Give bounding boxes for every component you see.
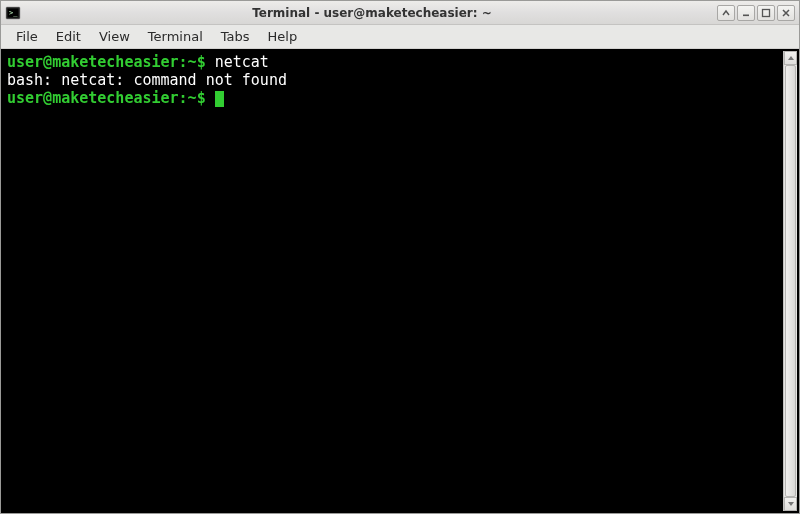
menu-file[interactable]: File: [7, 26, 47, 47]
menu-tabs[interactable]: Tabs: [212, 26, 259, 47]
scrollbar-thumb[interactable]: [785, 65, 796, 497]
svg-text:>_: >_: [9, 9, 18, 17]
terminal-area: user@maketecheasier:~$ netcatbash: netca…: [1, 49, 799, 513]
menu-terminal[interactable]: Terminal: [139, 26, 212, 47]
scrollbar[interactable]: [783, 51, 797, 511]
scrollbar-track[interactable]: [784, 65, 797, 497]
close-button[interactable]: [777, 5, 795, 21]
minimize-button[interactable]: [737, 5, 755, 21]
window-title: Terminal - user@maketecheasier: ~: [27, 6, 717, 20]
command-text: [206, 89, 215, 107]
titlebar[interactable]: >_ Terminal - user@maketecheasier: ~: [1, 1, 799, 25]
menubar: File Edit View Terminal Tabs Help: [1, 25, 799, 49]
terminal-content[interactable]: user@maketecheasier:~$ netcatbash: netca…: [3, 51, 783, 511]
terminal-icon: >_: [5, 5, 21, 21]
menu-edit[interactable]: Edit: [47, 26, 90, 47]
terminal-line: user@maketecheasier:~$: [7, 89, 779, 107]
output-text: bash: netcat: command not found: [7, 71, 287, 89]
menu-help[interactable]: Help: [259, 26, 307, 47]
terminal-line: user@maketecheasier:~$ netcat: [7, 53, 779, 71]
terminal-window: >_ Terminal - user@maketecheasier: ~ Fil…: [0, 0, 800, 514]
prompt: user@maketecheasier:~$: [7, 89, 206, 107]
command-text: netcat: [206, 53, 269, 71]
rollup-button[interactable]: [717, 5, 735, 21]
terminal-line: bash: netcat: command not found: [7, 71, 779, 89]
svg-rect-4: [763, 9, 770, 16]
menu-view[interactable]: View: [90, 26, 139, 47]
scroll-down-button[interactable]: [784, 497, 797, 511]
maximize-button[interactable]: [757, 5, 775, 21]
svg-rect-3: [743, 14, 749, 16]
window-controls: [717, 5, 795, 21]
cursor: [215, 91, 224, 107]
prompt: user@maketecheasier:~$: [7, 53, 206, 71]
scroll-up-button[interactable]: [784, 51, 797, 65]
